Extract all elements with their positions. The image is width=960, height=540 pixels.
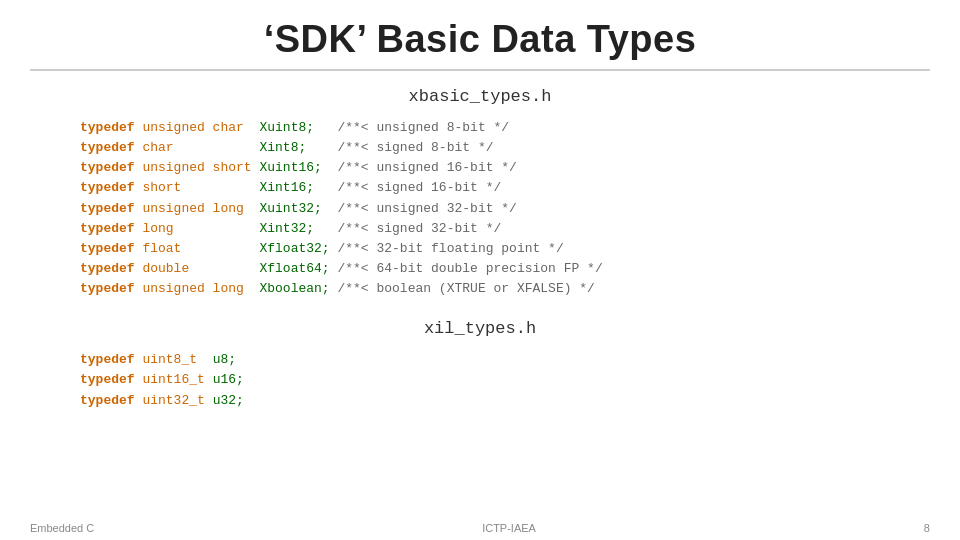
code-line: typedef unsigned short Xuint16; /**< uns…	[80, 158, 880, 178]
file-heading-1: xbasic_types.h	[60, 87, 900, 106]
typename: Xint32;	[259, 219, 329, 239]
typename: Xint8;	[259, 138, 329, 158]
code-block-2: typedef uint8_t u8;typedef uint16_t u16;…	[60, 346, 900, 414]
type: double	[135, 259, 260, 279]
content-area: xbasic_types.h typedef unsigned char Xui…	[0, 71, 960, 518]
keyword: typedef	[80, 239, 135, 259]
typename: u8;	[213, 350, 236, 370]
code-line: typedef double Xfloat64; /**< 64-bit dou…	[80, 259, 880, 279]
code-line: typedef char Xint8; /**< signed 8-bit */	[80, 138, 880, 158]
comment: /**< signed 16-bit */	[330, 178, 502, 198]
type: uint16_t	[135, 370, 213, 390]
comment: /**< unsigned 32-bit */	[330, 199, 517, 219]
comment: /**< 64-bit double precision FP */	[330, 259, 603, 279]
slide: ‘SDK’ Basic Data Types xbasic_types.h ty…	[0, 0, 960, 540]
section-divider	[60, 309, 900, 315]
keyword: typedef	[80, 199, 135, 219]
footer-left: Embedded C	[30, 522, 94, 534]
typename: Xfloat32;	[259, 239, 329, 259]
type: unsigned long	[135, 199, 260, 219]
keyword: typedef	[80, 158, 135, 178]
file-heading-2: xil_types.h	[60, 319, 900, 338]
code-line: typedef short Xint16; /**< signed 16-bit…	[80, 178, 880, 198]
type: uint32_t	[135, 391, 213, 411]
type: unsigned long	[135, 279, 260, 299]
keyword: typedef	[80, 118, 135, 138]
keyword: typedef	[80, 279, 135, 299]
keyword: typedef	[80, 391, 135, 411]
footer: Embedded C ICTP-IAEA 8	[0, 518, 960, 540]
keyword: typedef	[80, 138, 135, 158]
comment: /**< unsigned 8-bit */	[330, 118, 509, 138]
keyword: typedef	[80, 178, 135, 198]
code-line: typedef float Xfloat32; /**< 32-bit floa…	[80, 239, 880, 259]
typename: u16;	[213, 370, 244, 390]
title-area: ‘SDK’ Basic Data Types	[30, 0, 930, 71]
type: unsigned char	[135, 118, 260, 138]
type: unsigned short	[135, 158, 260, 178]
keyword: typedef	[80, 370, 135, 390]
code-line: typedef uint16_t u16;	[80, 370, 880, 390]
typename: Xuint16;	[259, 158, 329, 178]
code-line: typedef unsigned char Xuint8; /**< unsig…	[80, 118, 880, 138]
footer-center: ICTP-IAEA	[482, 522, 536, 534]
code-line: typedef uint32_t u32;	[80, 391, 880, 411]
code-line: typedef unsigned long Xboolean; /**< boo…	[80, 279, 880, 299]
code-line: typedef uint8_t u8;	[80, 350, 880, 370]
footer-right: 8	[924, 522, 930, 534]
comment: /**< unsigned 16-bit */	[330, 158, 517, 178]
type: char	[135, 138, 260, 158]
type: uint8_t	[135, 350, 213, 370]
code-block-1: typedef unsigned char Xuint8; /**< unsig…	[60, 114, 900, 303]
type: float	[135, 239, 260, 259]
typename: Xfloat64;	[259, 259, 329, 279]
comment: /**< 32-bit floating point */	[330, 239, 564, 259]
type: short	[135, 178, 260, 198]
comment: /**< signed 8-bit */	[330, 138, 494, 158]
keyword: typedef	[80, 219, 135, 239]
typename: Xboolean;	[259, 279, 329, 299]
code-line: typedef unsigned long Xuint32; /**< unsi…	[80, 199, 880, 219]
slide-title: ‘SDK’ Basic Data Types	[70, 18, 890, 61]
typename: u32;	[213, 391, 244, 411]
typename: Xuint8;	[259, 118, 329, 138]
keyword: typedef	[80, 259, 135, 279]
comment: /**< boolean (XTRUE or XFALSE) */	[330, 279, 595, 299]
typename: Xuint32;	[259, 199, 329, 219]
comment: /**< signed 32-bit */	[330, 219, 502, 239]
code-line: typedef long Xint32; /**< signed 32-bit …	[80, 219, 880, 239]
typename: Xint16;	[259, 178, 329, 198]
type: long	[135, 219, 260, 239]
keyword: typedef	[80, 350, 135, 370]
